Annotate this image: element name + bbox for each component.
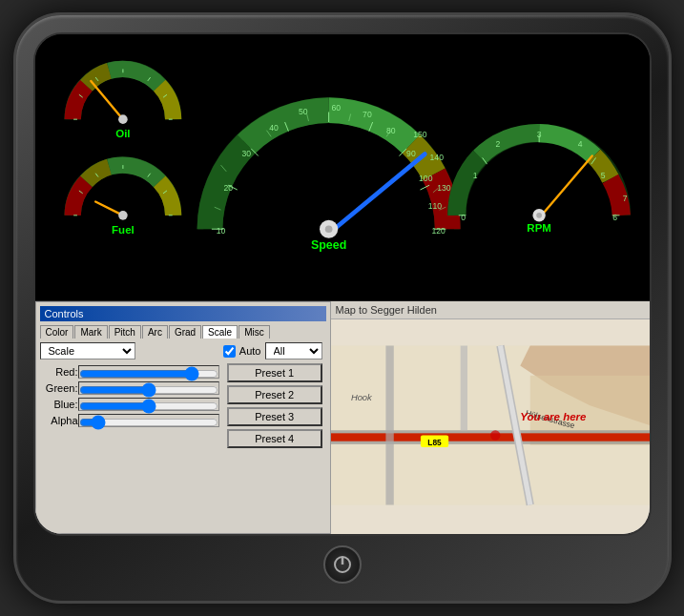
- svg-rect-82: [385, 346, 393, 505]
- svg-text:0: 0: [461, 213, 466, 222]
- alpha-slider[interactable]: [79, 417, 218, 428]
- tab-grad[interactable]: Grad: [169, 325, 201, 339]
- map-content: L85 Hook: [331, 319, 650, 531]
- svg-text:70: 70: [363, 110, 372, 119]
- red-slider-row: Red:: [40, 365, 219, 379]
- green-slider[interactable]: [79, 384, 218, 396]
- svg-text:20: 20: [223, 183, 233, 193]
- auto-checkbox[interactable]: [223, 345, 236, 358]
- svg-text:6: 6: [612, 213, 617, 222]
- blue-slider-row: Blue:: [40, 398, 219, 411]
- tab-arc[interactable]: Arc: [142, 325, 168, 339]
- svg-text:110: 110: [427, 201, 442, 211]
- power-icon: [332, 554, 353, 575]
- controls-title: Controls: [40, 306, 326, 321]
- alpha-slider-row: Alpha: [40, 414, 219, 427]
- svg-text:40: 40: [269, 123, 279, 133]
- alpha-label: Alpha: [40, 415, 78, 426]
- svg-text:Oil: Oil: [115, 128, 130, 139]
- controls-left: Scale Red: Green:: [40, 342, 219, 448]
- scale-dropdown[interactable]: Scale: [40, 342, 135, 359]
- svg-point-88: [490, 430, 500, 440]
- all-dropdown[interactable]: All: [265, 342, 322, 359]
- screen-area: Oil: [33, 32, 652, 536]
- svg-text:140: 140: [429, 153, 444, 162]
- auto-row: Auto All: [223, 342, 322, 359]
- svg-text:50: 50: [298, 107, 307, 116]
- svg-text:7: 7: [622, 194, 627, 203]
- alpha-slider-track: [78, 414, 219, 427]
- map-title: Map to Segger Hilden: [331, 301, 650, 319]
- green-slider-track: [78, 381, 219, 395]
- svg-text:130: 130: [437, 183, 451, 193]
- svg-text:2: 2: [495, 139, 500, 149]
- preset-2-button[interactable]: Preset 2: [227, 385, 322, 404]
- controls-panel: Controls Color Mark Pitch Arc Grad Scale…: [35, 301, 331, 534]
- tab-misc[interactable]: Misc: [238, 325, 270, 339]
- svg-text:4: 4: [577, 139, 582, 149]
- map-svg: L85 Hook: [331, 319, 650, 531]
- blue-label: Blue:: [40, 399, 78, 410]
- auto-label: Auto: [239, 345, 261, 357]
- gauges-section: Oil: [35, 34, 650, 301]
- svg-text:30: 30: [241, 149, 251, 158]
- dropdown-row: Scale: [40, 342, 219, 359]
- gauges-svg: Oil: [54, 41, 631, 294]
- svg-text:Fuel: Fuel: [112, 224, 135, 236]
- tabs-row: Color Mark Pitch Arc Grad Scale Misc: [40, 325, 326, 339]
- svg-point-73: [536, 213, 542, 218]
- green-slider-row: Green:: [40, 381, 219, 395]
- tab-color[interactable]: Color: [40, 325, 74, 339]
- svg-text:10: 10: [216, 226, 225, 236]
- tab-scale[interactable]: Scale: [202, 325, 238, 339]
- svg-text:120: 120: [431, 226, 446, 236]
- svg-point-19: [118, 211, 128, 220]
- tab-pitch[interactable]: Pitch: [109, 325, 141, 339]
- device-frame: Oil: [13, 12, 672, 604]
- bottom-section: Controls Color Mark Pitch Arc Grad Scale…: [35, 301, 650, 534]
- svg-text:Speed: Speed: [310, 238, 345, 252]
- right-controls: Auto All Preset 1 Preset 2 Preset 3 Pres…: [223, 342, 326, 448]
- preset-4-button[interactable]: Preset 4: [227, 429, 322, 448]
- svg-text:100: 100: [419, 174, 433, 183]
- preset-1-button[interactable]: Preset 1: [227, 363, 322, 382]
- preset-buttons: Preset 1 Preset 2 Preset 3 Preset 4: [227, 363, 322, 448]
- tab-mark[interactable]: Mark: [74, 325, 107, 339]
- svg-text:RPM: RPM: [527, 222, 551, 234]
- red-label: Red:: [40, 366, 78, 378]
- red-slider-track: [78, 365, 219, 379]
- svg-text:5: 5: [600, 171, 605, 180]
- svg-text:You are here: You are here: [520, 411, 587, 422]
- svg-text:Hook: Hook: [350, 392, 372, 402]
- controls-inner: Scale Red: Green:: [40, 342, 326, 448]
- svg-text:L85: L85: [427, 438, 442, 447]
- svg-rect-85: [460, 346, 466, 431]
- svg-rect-79: [331, 433, 650, 441]
- red-slider[interactable]: [79, 368, 218, 380]
- green-label: Green:: [40, 382, 78, 394]
- svg-text:60: 60: [331, 103, 341, 113]
- svg-text:90: 90: [406, 149, 416, 158]
- map-panel: Map to Segger Hilden: [331, 301, 650, 534]
- svg-text:150: 150: [413, 130, 427, 139]
- svg-text:80: 80: [386, 126, 396, 135]
- svg-point-9: [118, 114, 128, 124]
- svg-text:1: 1: [472, 171, 477, 180]
- blue-slider[interactable]: [79, 400, 218, 412]
- svg-point-56: [324, 225, 332, 233]
- blue-slider-track: [78, 398, 219, 411]
- power-button[interactable]: [323, 545, 362, 584]
- preset-3-button[interactable]: Preset 3: [227, 407, 322, 426]
